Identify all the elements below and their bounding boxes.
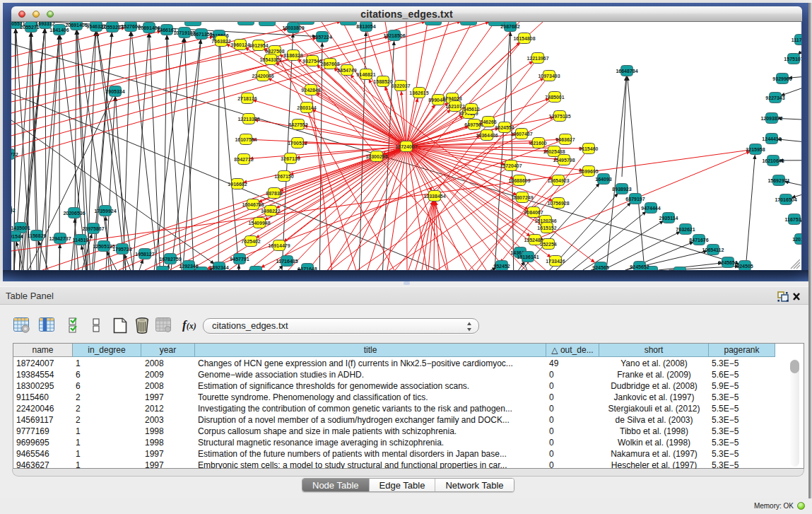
svg-text:12942737: 12942737 <box>49 236 71 241</box>
svg-text:15495798: 15495798 <box>553 158 575 163</box>
svg-text:8542712: 8542712 <box>234 157 253 162</box>
svg-text:1700512: 1700512 <box>288 141 307 146</box>
svg-text:1292346: 1292346 <box>179 264 198 269</box>
svg-text:12505135: 12505135 <box>93 244 114 249</box>
svg-text:16046788: 16046788 <box>242 202 264 207</box>
svg-text:12213967: 12213967 <box>526 56 548 61</box>
svg-text:1117530: 1117530 <box>792 37 801 42</box>
svg-text:345612: 345612 <box>463 107 479 112</box>
svg-text:7632621: 7632621 <box>676 227 695 232</box>
svg-text:13654923: 13654923 <box>547 178 569 183</box>
svg-text:10688609: 10688609 <box>508 178 530 183</box>
svg-text:15692971: 15692971 <box>767 178 789 183</box>
svg-text:3215958: 3215958 <box>746 147 765 152</box>
svg-text:1156829: 1156829 <box>28 233 47 238</box>
svg-text:8186328: 8186328 <box>283 53 302 58</box>
svg-text:9227343: 9227343 <box>765 95 784 100</box>
svg-text:12338454: 12338454 <box>423 194 445 199</box>
svg-text:9463627: 9463627 <box>555 137 575 142</box>
svg-text:13716485: 13716485 <box>276 259 298 264</box>
svg-text:2905334: 2905334 <box>105 89 124 94</box>
svg-text:621600: 621600 <box>530 141 546 146</box>
svg-text:9327546: 9327546 <box>302 59 322 64</box>
svg-text:2087682: 2087682 <box>500 24 519 29</box>
svg-text:1693312: 1693312 <box>35 22 54 26</box>
svg-text:10756928: 10756928 <box>547 201 569 206</box>
svg-text:1841772: 1841772 <box>11 152 18 157</box>
svg-text:1167530: 1167530 <box>785 217 801 222</box>
svg-text:1615152: 1615152 <box>537 226 556 230</box>
svg-text:16210643: 16210643 <box>762 158 784 163</box>
svg-text:1362615: 1362615 <box>409 90 428 95</box>
svg-text:1841406: 1841406 <box>49 28 69 33</box>
svg-text:16033809: 16033809 <box>282 25 304 30</box>
svg-text:1621072: 1621072 <box>445 104 464 109</box>
svg-text:3912954: 3912954 <box>249 43 268 48</box>
svg-text:7357224: 7357224 <box>312 35 331 40</box>
svg-text:9457791: 9457791 <box>230 257 249 262</box>
svg-text:20364436: 20364436 <box>476 133 498 138</box>
svg-text:1371648: 1371648 <box>298 267 317 271</box>
svg-text:252254: 252254 <box>540 242 556 247</box>
svg-text:17359924: 17359924 <box>94 209 116 214</box>
svg-text:12213383: 12213383 <box>237 117 259 122</box>
svg-text:1575107: 1575107 <box>784 57 801 62</box>
svg-text:2626052: 2626052 <box>11 208 16 213</box>
svg-text:2718176: 2718176 <box>237 96 257 101</box>
svg-text:2803144: 2803144 <box>297 105 316 110</box>
svg-text:18300295: 18300295 <box>365 154 387 159</box>
svg-text:10654112: 10654112 <box>702 247 724 252</box>
svg-text:1892344: 1892344 <box>209 265 228 270</box>
svg-text:18724007: 18724007 <box>395 144 417 149</box>
svg-text:9327508: 9327508 <box>265 49 284 54</box>
svg-text:6879197: 6879197 <box>625 197 645 201</box>
svg-text:16154808: 16154808 <box>513 36 535 41</box>
svg-text:9699695: 9699695 <box>579 169 598 174</box>
svg-text:887833: 887833 <box>266 191 282 196</box>
svg-text:1244419: 1244419 <box>762 136 781 141</box>
svg-text:7663822: 7663822 <box>211 39 230 44</box>
svg-text:19218506: 19218506 <box>383 33 405 38</box>
svg-text:1795723: 1795723 <box>112 247 131 252</box>
svg-text:1916682: 1916682 <box>228 182 247 187</box>
svg-text:10025438: 10025438 <box>543 149 565 154</box>
svg-text:3267130: 3267130 <box>281 156 300 161</box>
svg-text:924505: 924505 <box>736 264 753 269</box>
svg-text:17016504: 17016504 <box>775 197 796 202</box>
svg-text:12975135: 12975135 <box>548 114 570 119</box>
svg-text:3498222: 3498222 <box>261 209 280 214</box>
svg-text:8454749: 8454749 <box>337 68 356 73</box>
svg-text:746266: 746266 <box>480 119 496 124</box>
svg-text:16914479: 16914479 <box>268 243 290 248</box>
svg-text:2867608: 2867608 <box>320 62 339 66</box>
svg-text:20691406: 20691406 <box>65 23 87 28</box>
svg-text:2935114: 2935114 <box>659 216 678 221</box>
svg-text:16107554: 16107554 <box>235 137 257 142</box>
svg-text:8322037: 8322037 <box>391 83 410 88</box>
svg-text:120103: 120103 <box>792 237 801 242</box>
svg-text:15409948: 15409948 <box>248 221 270 226</box>
svg-text:391544: 391544 <box>11 234 23 239</box>
svg-text:1267150: 1267150 <box>274 174 293 179</box>
svg-text:18807249: 18807249 <box>511 195 533 200</box>
svg-text:3960124: 3960124 <box>230 42 249 47</box>
svg-text:15136141: 15136141 <box>517 255 539 259</box>
svg-text:9245652: 9245652 <box>718 260 737 265</box>
svg-text:9084067: 9084067 <box>524 210 543 215</box>
svg-text:23975867: 23975867 <box>82 226 104 231</box>
svg-text:12093872: 12093872 <box>760 116 782 121</box>
svg-text:7485001: 7485001 <box>545 95 564 100</box>
svg-text:9329966: 9329966 <box>772 76 792 81</box>
svg-text:20206536: 20206536 <box>63 211 85 216</box>
svg-text:1588520: 1588520 <box>373 79 392 84</box>
svg-text:924565: 924565 <box>592 265 608 270</box>
svg-text:16782759: 16782759 <box>159 257 181 262</box>
svg-text:16648784: 16648784 <box>616 69 637 74</box>
svg-text:8938923: 8938923 <box>612 187 631 192</box>
svg-text:10553287: 10553287 <box>101 25 123 30</box>
svg-text:952452: 952452 <box>493 264 510 269</box>
svg-text:1733426: 1733426 <box>546 259 565 264</box>
svg-text:10973493: 10973493 <box>538 74 560 78</box>
svg-text:114519: 114519 <box>73 238 89 243</box>
svg-text:9146821: 9146821 <box>356 72 375 77</box>
